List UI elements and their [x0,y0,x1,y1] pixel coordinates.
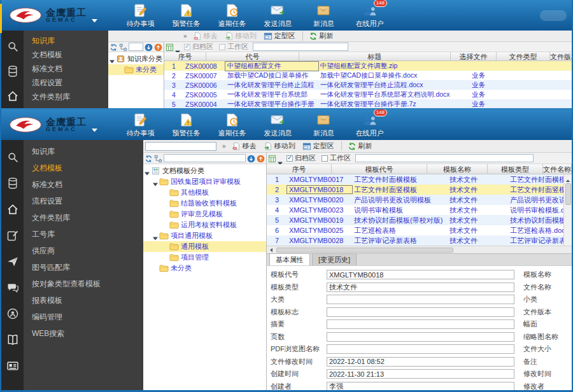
brand-menu[interactable]: 金鹰重工 GEMAC [9,116,122,133]
search-down-icon[interactable] [247,154,255,162]
tree-node[interactable]: 知识库分类 [108,53,164,64]
collapse-toolbar-chevron[interactable]: » [222,143,226,150]
tree-view-icon[interactable] [154,154,162,162]
sidebar-item[interactable]: 文件类别库 [24,90,108,104]
tree-node[interactable]: 文档模板分类 [143,165,266,176]
brand-menu[interactable]: 金鹰重工 GEMAC [9,7,122,24]
header-action-button[interactable]: 148 在线用户 [351,3,388,29]
form-input[interactable] [327,332,514,342]
header-action-button[interactable]: 预警任务 [168,112,204,138]
sidebar-item[interactable]: 图号匹配库 [24,259,143,276]
rail-button[interactable] [1,248,24,274]
sidebar-item[interactable]: WEB搜索 [24,325,143,342]
tree-view-icon[interactable] [119,43,127,51]
sidebar-item[interactable]: 文档模板 [24,48,108,62]
search-down-icon[interactable] [145,43,153,51]
form-input[interactable] [327,295,514,304]
rail-button[interactable] [1,353,24,379]
form-input[interactable] [327,344,514,354]
rail-button[interactable] [1,300,24,326]
form-input[interactable] [327,270,514,279]
table-row[interactable]: 4 XMGLTYMB0023 说明书审检模板 技术文件 说明书审检模板.doc [267,205,563,215]
vertical-scroll-thumb[interactable] [565,183,571,205]
column-header[interactable]: 序号 [164,52,206,60]
tree-refresh-icon[interactable] [145,154,153,162]
header-action-button[interactable]: 待办事项 [122,3,159,29]
rail-button[interactable] [1,144,24,170]
rail-button[interactable] [1,326,24,353]
table-row[interactable]: 7 XMGLTYMB0028 工艺评审记录新表格 技术文件 工艺评审记录新表格.… [267,235,563,246]
scroll-up-icon[interactable] [565,175,572,182]
tree-node[interactable]: 评审意见模板 [143,209,266,220]
table-row[interactable]: 2 ZSK00007 加载中望CAD接口菜单操作 加载中望CAD接口菜单操作.d… [164,71,572,80]
tree-node[interactable]: 结题验收资料模板 [143,198,266,209]
search-up-icon[interactable] [154,43,162,51]
tree-search-input[interactable] [164,154,246,162]
table-row[interactable]: 3 ZSK00006 一体化研发管理平台终止流程 一体化研发管理平台终止流程.d… [164,80,572,90]
detail-tab[interactable]: 基本属性 [269,253,310,265]
scroll-left-icon[interactable] [267,246,275,254]
toolbar-button[interactable]: 移去 [193,31,218,41]
grid-filter-input[interactable] [253,43,348,51]
table-row[interactable]: 6 XMGLTYMB0025 工艺巡检表格 技术文件 工艺巡检表格.doc [267,225,563,235]
rail-button[interactable] [1,274,24,300]
tree-node[interactable]: 通用模板 [143,241,266,252]
table-row[interactable]: 4 ZSK00005 一体化研发管理平台系统部 一体化研发管理平台系统部署文档说… [164,90,572,99]
rail-button[interactable] [1,34,24,59]
table-row[interactable]: 3 XMGLTYMB0020 产品说明书更改说明模板 技术文件 产品说明书更改说… [267,195,563,205]
toolbar-search-input[interactable] [145,142,216,151]
sidebar-item[interactable]: 文件类别库 [24,209,143,226]
sidebar-item[interactable]: 流程设置 [24,193,143,209]
toolbar-button[interactable]: 移动到 [225,31,257,41]
columns-caret-icon[interactable] [278,157,283,160]
sidebar-item[interactable]: 按对象类型查看模板 [24,276,143,292]
column-header[interactable]: 模板代号 [332,164,427,174]
header-action-button[interactable]: 逾期任务 [214,3,250,29]
column-header[interactable]: 代号 [206,52,299,60]
form-input[interactable] [327,283,514,292]
header-action-button[interactable]: 待办事项 [122,112,159,138]
header-action-button[interactable]: 新消息 [306,112,342,138]
sidebar-item[interactable]: 报表模板 [24,292,143,309]
form-input[interactable] [327,307,514,317]
toolbar-button[interactable]: 移去 [232,141,257,151]
header-action-button[interactable]: 发送消息 [260,3,296,29]
toolbar-button[interactable]: 定型区 [264,31,295,41]
header-action-button[interactable]: 逾期任务 [214,112,250,138]
zone-filter-checkbox[interactable]: 归档区 [184,42,213,52]
table-row[interactable]: 5 ZSK00004 一体化研发管理平台操作手册 一体化研发管理平台操作手册.7… [164,99,572,108]
sidebar-item[interactable]: 供应商 [24,242,143,259]
table-row[interactable]: 5 XMGLTYMB0019 技术协议封面模板(带校对版) 技术文件 技术协议封… [267,215,563,225]
zone-filter-checkbox[interactable]: 归档区 [286,153,316,163]
rail-button[interactable] [1,83,24,108]
table-row[interactable]: 1 XMGLTYMB0017 工艺文件封面横模板 技术文件 工艺文件封面横模板.… [267,174,563,185]
sidebar-item[interactable]: 工号库 [24,226,143,242]
toolbar-button[interactable]: 刷新 [341,141,372,151]
sidebar-item[interactable]: 知识库 [24,143,143,160]
tree-node[interactable]: 未分类 [143,263,266,274]
rail-button[interactable] [1,196,24,222]
columns-icon[interactable] [166,43,174,51]
column-header[interactable]: 序号 [267,164,332,174]
zone-filter-checkbox[interactable]: 工作区 [219,42,248,52]
header-action-button[interactable]: 预警任务 [168,3,204,29]
detail-tab[interactable]: [变更历史] [312,253,357,265]
toolbar-button[interactable]: 移动到 [264,141,295,151]
horizontal-scroll-thumb[interactable] [276,248,453,253]
column-header[interactable]: 标题 [299,52,451,60]
search-up-icon[interactable] [257,154,265,162]
toolbar-button[interactable]: 刷新 [302,31,334,41]
column-header[interactable]: 文件名称 [543,164,572,174]
rail-button[interactable] [1,222,24,248]
sidebar-item[interactable]: 义档模板 [24,160,143,176]
tree-node[interactable]: 其他模板 [143,187,266,198]
horizontal-scrollbar[interactable] [267,246,572,253]
tree-node[interactable]: 运用考核资料模板 [143,220,266,230]
form-input[interactable] [327,369,514,379]
form-input[interactable] [327,319,514,329]
columns-caret-icon[interactable] [175,45,180,49]
rail-button[interactable] [1,59,24,84]
header-action-button[interactable]: 148 在线用户 [351,112,388,138]
columns-icon[interactable] [268,154,276,162]
sidebar-item[interactable]: 流程设置 [24,76,108,90]
